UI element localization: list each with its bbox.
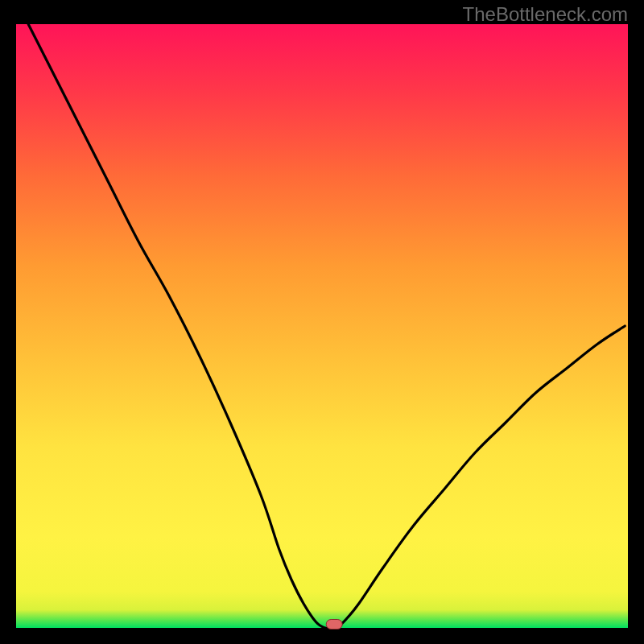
optimal-point-marker: [326, 620, 342, 630]
gradient-background: [16, 24, 628, 628]
watermark-text: TheBottleneck.com: [463, 3, 628, 26]
bottleneck-chart: [0, 0, 644, 644]
chart-container: { "watermark": "TheBottleneck.com", "cha…: [0, 0, 644, 644]
